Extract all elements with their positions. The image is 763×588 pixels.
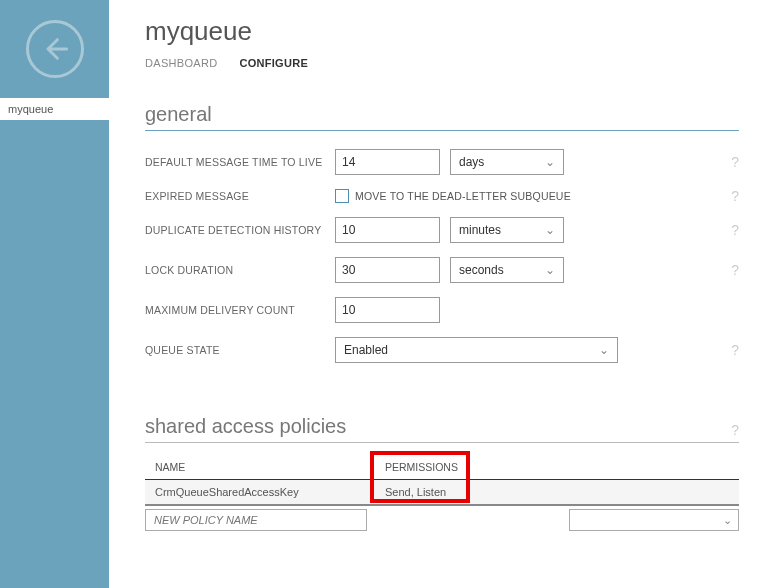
select-ttl-unit-value: days bbox=[459, 155, 484, 169]
sidebar: myqueue bbox=[0, 0, 109, 588]
select-new-policy-perms[interactable]: ⌄ bbox=[569, 509, 739, 531]
chevron-down-icon: ⌄ bbox=[545, 155, 555, 169]
checkbox-deadletter-label: MOVE TO THE DEAD-LETTER SUBQUEUE bbox=[355, 190, 571, 202]
label-state: QUEUE STATE bbox=[145, 344, 335, 356]
select-state[interactable]: Enabled ⌄ bbox=[335, 337, 618, 363]
table-row-new: ⌄ bbox=[145, 505, 739, 534]
select-ttl-unit[interactable]: days ⌄ bbox=[450, 149, 564, 175]
input-new-policy-name[interactable] bbox=[145, 509, 367, 531]
row-expired: EXPIRED MESSAGE MOVE TO THE DEAD-LETTER … bbox=[145, 189, 739, 203]
label-expired: EXPIRED MESSAGE bbox=[145, 190, 335, 202]
table-row[interactable]: CrmQueueSharedAccessKey Send, Listen bbox=[145, 480, 739, 506]
label-ttl: DEFAULT MESSAGE TIME TO LIVE bbox=[145, 156, 335, 168]
select-dup-unit-value: minutes bbox=[459, 223, 501, 237]
select-lock-unit-value: seconds bbox=[459, 263, 504, 277]
cell-name: CrmQueueSharedAccessKey bbox=[145, 480, 375, 506]
tab-configure[interactable]: CONFIGURE bbox=[239, 57, 308, 69]
input-maxdel-value[interactable] bbox=[335, 297, 440, 323]
col-permissions: PERMISSIONS bbox=[375, 455, 739, 480]
row-maxdel: MAXIMUM DELIVERY COUNT bbox=[145, 297, 739, 323]
page-title: myqueue bbox=[145, 16, 739, 47]
chevron-down-icon: ⌄ bbox=[545, 223, 555, 237]
section-policies-title: shared access policies bbox=[145, 415, 346, 438]
chevron-down-icon: ⌄ bbox=[599, 343, 609, 357]
sidebar-item-myqueue[interactable]: myqueue bbox=[0, 98, 109, 120]
chevron-down-icon: ⌄ bbox=[723, 514, 732, 527]
help-icon[interactable]: ? bbox=[731, 422, 739, 438]
select-lock-unit[interactable]: seconds ⌄ bbox=[450, 257, 564, 283]
tab-dashboard[interactable]: DASHBOARD bbox=[145, 57, 217, 69]
label-dup: DUPLICATE DETECTION HISTORY bbox=[145, 224, 335, 236]
row-state: QUEUE STATE Enabled ⌄ ? bbox=[145, 337, 739, 363]
policies-table-wrap: NAME PERMISSIONS CrmQueueSharedAccessKey… bbox=[145, 455, 739, 534]
input-lock-value[interactable] bbox=[335, 257, 440, 283]
select-state-value: Enabled bbox=[344, 343, 388, 357]
select-dup-unit[interactable]: minutes ⌄ bbox=[450, 217, 564, 243]
help-icon[interactable]: ? bbox=[731, 222, 739, 238]
label-lock: LOCK DURATION bbox=[145, 264, 335, 276]
input-ttl-value[interactable] bbox=[335, 149, 440, 175]
chevron-down-icon: ⌄ bbox=[545, 263, 555, 277]
row-lock: LOCK DURATION seconds ⌄ ? bbox=[145, 257, 739, 283]
help-icon[interactable]: ? bbox=[731, 262, 739, 278]
help-icon[interactable]: ? bbox=[731, 154, 739, 170]
cell-permissions: Send, Listen bbox=[375, 480, 739, 506]
row-ttl: DEFAULT MESSAGE TIME TO LIVE days ⌄ ? bbox=[145, 149, 739, 175]
checkbox-deadletter[interactable] bbox=[335, 189, 349, 203]
label-maxdel: MAXIMUM DELIVERY COUNT bbox=[145, 304, 335, 316]
help-icon[interactable]: ? bbox=[731, 342, 739, 358]
help-icon[interactable]: ? bbox=[731, 188, 739, 204]
row-dup: DUPLICATE DETECTION HISTORY minutes ⌄ ? bbox=[145, 217, 739, 243]
input-dup-value[interactable] bbox=[335, 217, 440, 243]
tab-bar: DASHBOARD CONFIGURE bbox=[145, 57, 739, 69]
policies-table: NAME PERMISSIONS CrmQueueSharedAccessKey… bbox=[145, 455, 739, 534]
arrow-left-icon bbox=[41, 35, 69, 63]
col-name: NAME bbox=[145, 455, 375, 480]
back-button[interactable] bbox=[26, 20, 84, 78]
section-general-title: general bbox=[145, 103, 739, 131]
main-content: myqueue DASHBOARD CONFIGURE general DEFA… bbox=[109, 0, 763, 588]
